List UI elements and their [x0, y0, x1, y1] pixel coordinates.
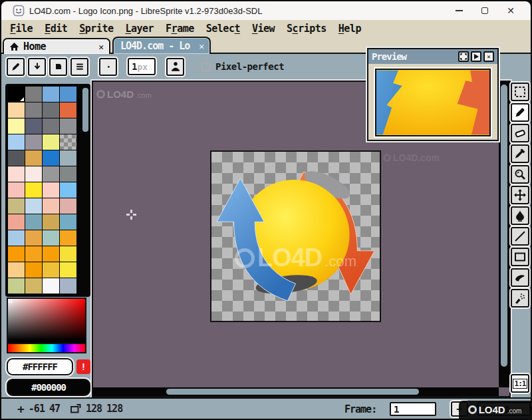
palette-swatch[interactable]	[60, 166, 76, 182]
tab-document-close-icon[interactable]: ✕	[199, 41, 204, 51]
palette-swatch[interactable]	[25, 150, 42, 166]
palette-swatch[interactable]	[25, 262, 42, 278]
ink-type-button[interactable]	[166, 58, 184, 76]
horizontal-scrollbar[interactable]	[93, 387, 499, 396]
palette-swatch[interactable]	[43, 214, 59, 230]
eyedropper-tool[interactable]	[511, 144, 529, 163]
palette-swatch[interactable]	[43, 278, 59, 294]
palette-swatch[interactable]	[43, 182, 59, 198]
palette-swatch[interactable]	[60, 278, 76, 294]
palette-swatch[interactable]	[43, 198, 59, 214]
preview-center-button[interactable]	[458, 51, 469, 62]
saturation-value-picker[interactable]	[7, 298, 86, 344]
menu-scripts[interactable]: Scripts	[281, 21, 332, 36]
menu-frame[interactable]: Frame	[160, 21, 200, 36]
palette-swatch[interactable]	[60, 230, 76, 246]
arrow-down-button[interactable]	[28, 58, 46, 76]
frame-input[interactable]	[390, 402, 436, 416]
palette-swatch[interactable]	[25, 230, 42, 246]
palette-swatch[interactable]	[43, 246, 59, 262]
tab-home[interactable]: Home ✕	[3, 38, 110, 54]
preview-close-button[interactable]: ✕	[483, 51, 494, 62]
brush-shape-button[interactable]	[49, 58, 67, 76]
palette-swatch[interactable]	[25, 166, 42, 182]
foreground-ink-button[interactable]	[7, 58, 25, 76]
palette-swatch[interactable]	[60, 182, 76, 198]
palette-swatch[interactable]	[60, 118, 76, 134]
background-color-button[interactable]: #000000	[7, 379, 90, 396]
palette-swatch[interactable]	[43, 150, 59, 166]
palette-swatch[interactable]	[60, 150, 76, 166]
palette-swatch[interactable]	[43, 134, 59, 150]
palette-swatch[interactable]	[8, 262, 25, 278]
line-tool[interactable]	[511, 227, 529, 246]
preview-play-button[interactable]	[471, 51, 481, 62]
palette-swatch[interactable]	[43, 118, 59, 134]
zoom-1-1-button[interactable]: 1:1	[511, 374, 529, 393]
rectangular-marquee-tool[interactable]	[511, 83, 529, 101]
palette-swatch[interactable]	[8, 118, 25, 134]
palette-warning-button[interactable]: !	[76, 359, 90, 374]
vertical-scrollbar[interactable]	[499, 82, 509, 387]
palette-swatch[interactable]	[25, 214, 42, 230]
palette-swatch[interactable]	[43, 103, 59, 118]
palette-swatch[interactable]	[43, 87, 59, 102]
pixel-perfect-checkbox[interactable]	[201, 63, 210, 71]
canvas[interactable]: LO4D .com	[210, 150, 381, 322]
zoom-tool[interactable]	[511, 165, 529, 184]
palette-swatch[interactable]	[8, 87, 25, 102]
palette-swatch[interactable]	[8, 166, 25, 182]
palette-swatch[interactable]	[60, 246, 76, 262]
palette-swatch[interactable]	[43, 262, 59, 278]
tab-document[interactable]: LO4D.com - Lo ✕	[112, 37, 211, 54]
hue-slider[interactable]	[7, 344, 86, 353]
contour-tool[interactable]	[511, 268, 529, 287]
palette-swatch[interactable]	[25, 198, 42, 214]
palette-swatch[interactable]	[25, 134, 42, 150]
menu-sprite[interactable]: Sprite	[73, 21, 119, 36]
palette-swatch[interactable]	[25, 103, 42, 118]
palette-swatch[interactable]	[25, 182, 42, 198]
palette-swatch[interactable]	[8, 150, 25, 166]
minimize-icon[interactable]	[456, 10, 463, 11]
palette-swatch[interactable]	[8, 134, 25, 150]
menu-layer[interactable]: Layer	[119, 21, 160, 36]
vertical-scrollbar-thumb[interactable]	[501, 85, 507, 367]
menu-view[interactable]: View	[246, 21, 281, 36]
palette-swatch[interactable]	[43, 166, 59, 182]
options-menu-button[interactable]	[70, 58, 88, 76]
palette-swatch[interactable]	[8, 103, 25, 118]
brush-preview-button[interactable]	[99, 58, 117, 76]
spray-tool[interactable]	[511, 289, 529, 308]
menu-file[interactable]: File	[4, 21, 39, 36]
pencil-tool[interactable]	[511, 103, 529, 122]
palette-swatch[interactable]	[8, 182, 25, 198]
brush-size-input[interactable]: 1px	[128, 58, 156, 75]
menu-help[interactable]: Help	[332, 21, 367, 36]
tab-home-close-icon[interactable]: ✕	[98, 42, 104, 52]
move-tool[interactable]	[511, 186, 529, 204]
palette-swatch[interactable]	[25, 118, 42, 134]
palette-swatch[interactable]	[25, 87, 42, 102]
horizontal-scrollbar-thumb[interactable]	[166, 389, 419, 395]
rectangle-tool[interactable]	[511, 248, 529, 266]
maximize-icon[interactable]	[481, 7, 488, 14]
palette-swatch[interactable]	[8, 198, 25, 214]
foreground-color-button[interactable]: #FFFFFF	[7, 358, 73, 375]
palette-swatch[interactable]	[60, 214, 76, 230]
title-bar[interactable]: LO4D.com - Logo Icon.png - LibreSprite v…	[1, 1, 531, 20]
palette-swatch[interactable]	[60, 198, 76, 214]
palette-swatch[interactable]	[8, 278, 25, 294]
paint-bucket-tool[interactable]	[511, 206, 529, 225]
palette-swatch[interactable]	[8, 230, 25, 246]
palette-swatch[interactable]	[60, 134, 76, 150]
menu-edit[interactable]: Edit	[39, 21, 73, 36]
palette-swatch[interactable]	[43, 230, 59, 246]
menu-select[interactable]: Select	[200, 21, 246, 36]
close-icon[interactable]: ✕	[507, 6, 515, 15]
palette-swatch[interactable]	[60, 103, 76, 118]
palette-swatch[interactable]	[25, 246, 42, 262]
palette-swatch[interactable]	[8, 246, 25, 262]
eraser-tool[interactable]	[511, 124, 529, 142]
palette-scrollbar[interactable]	[82, 88, 88, 132]
